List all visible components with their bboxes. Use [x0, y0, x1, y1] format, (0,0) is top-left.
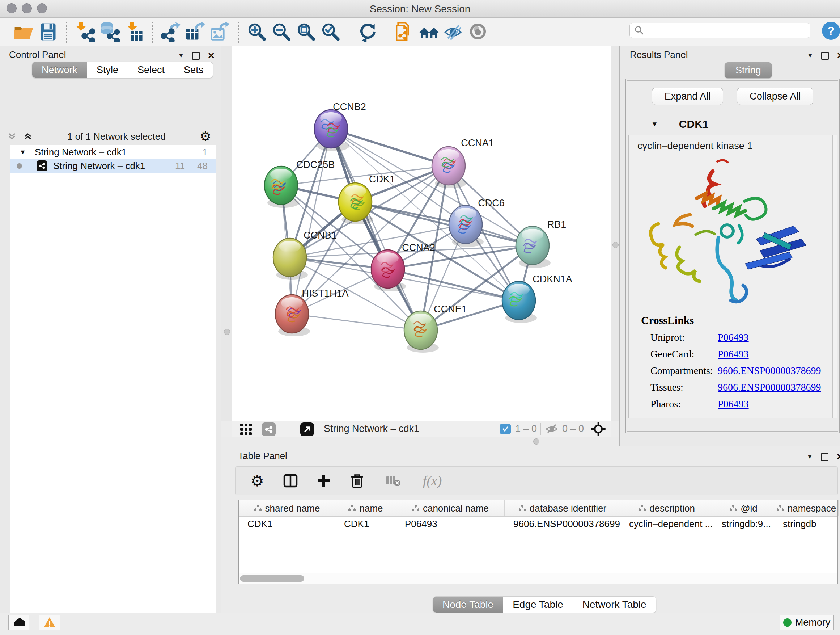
column-header-description[interactable]: description — [621, 500, 713, 516]
hidden-eye-icon[interactable] — [545, 423, 559, 436]
show-eye-button[interactable] — [466, 20, 491, 43]
fit-selected-crosshair-icon[interactable] — [591, 422, 606, 438]
network-edge[interactable] — [388, 269, 519, 301]
export-network-button[interactable] — [158, 20, 183, 43]
panel-float-icon[interactable] — [821, 52, 829, 60]
table-cell[interactable]: cyclin–dependent ... — [621, 518, 713, 530]
zoom-fit-button[interactable] — [294, 20, 318, 43]
cloud-button[interactable] — [8, 615, 29, 630]
collapse-all-button[interactable]: Collapse All — [737, 88, 813, 105]
expand-all-button[interactable]: Expand All — [652, 88, 723, 105]
memory-button[interactable]: Memory — [780, 615, 834, 630]
table-options-gear-icon[interactable]: ⚙ — [248, 472, 266, 489]
tab-node-table[interactable]: Node Table — [433, 597, 503, 613]
bottom-splitter[interactable] — [221, 437, 619, 446]
grid-view-icon[interactable] — [240, 423, 253, 437]
results-scrollbar[interactable] — [832, 135, 837, 418]
tab-network-table[interactable]: Network Table — [573, 597, 656, 613]
network-node-CCNE1[interactable]: CCNE1 — [404, 304, 467, 353]
splitter-handle-icon[interactable] — [224, 329, 230, 335]
table-cell[interactable]: stringdb — [774, 518, 838, 530]
panel-menu-icon[interactable]: ▼ — [807, 453, 813, 461]
network-edge[interactable] — [292, 129, 331, 314]
zoom-selected-button[interactable] — [318, 20, 343, 43]
zoom-in-button[interactable] — [245, 20, 269, 43]
network-node-CCNB1[interactable]: CCNB1 — [273, 230, 337, 280]
tab-edge-table[interactable]: Edge Table — [503, 597, 573, 613]
column-header-name[interactable]: name — [335, 500, 396, 516]
network-edge[interactable] — [292, 314, 421, 330]
network-node-HIST1H1A[interactable]: HIST1H1A — [275, 288, 349, 336]
network-node-CDKN1A[interactable]: CDKN1A — [502, 274, 572, 323]
tab-style[interactable]: Style — [87, 62, 128, 78]
expand-all-icon[interactable] — [22, 131, 33, 142]
network-node-CCNB2[interactable]: CCNB2 — [314, 101, 366, 151]
tab-network[interactable]: Network — [32, 62, 87, 78]
scrollbar-thumb[interactable] — [240, 575, 304, 582]
column-header--id[interactable]: @id — [713, 500, 774, 516]
tab-sets[interactable]: Sets — [174, 62, 213, 78]
panel-close-icon[interactable]: ✕ — [208, 51, 215, 61]
string-network-graph[interactable]: CCNB2CCNA1CDC25BCDK1CDC6RB1CCNB1CCNA2CDK… — [232, 46, 611, 421]
save-session-button[interactable] — [35, 20, 60, 43]
section-collapse-icon[interactable]: ▼ — [651, 120, 658, 128]
crosslink-link[interactable]: 9606.ENSP00000378699 — [718, 382, 821, 393]
left-splitter[interactable] — [221, 46, 232, 421]
table-cell[interactable]: 9606.ENSP00000378699 — [505, 518, 621, 530]
table-cell[interactable]: stringdb:9... — [713, 518, 774, 530]
column-header-database-identifier[interactable]: database identifier — [505, 500, 621, 516]
table-cell[interactable]: CDK1 — [335, 518, 396, 530]
table-horizontal-scrollbar[interactable] — [239, 573, 837, 584]
import-network-file-button[interactable] — [73, 20, 97, 43]
right-splitter[interactable] — [611, 46, 619, 421]
string-home-button[interactable] — [417, 20, 441, 43]
show-columns-icon[interactable] — [282, 472, 299, 489]
open-session-button[interactable] — [11, 20, 35, 43]
delete-table-icon[interactable] — [385, 472, 402, 489]
open-in-window-icon[interactable] — [300, 423, 314, 436]
panel-float-icon[interactable] — [192, 52, 200, 60]
collapse-all-icon[interactable] — [6, 131, 17, 142]
function-builder-icon[interactable]: f(x) — [418, 472, 447, 489]
network-row[interactable]: String Network – cdk1 11 48 — [10, 159, 216, 173]
network-options-gear-icon[interactable]: ⚙ — [200, 130, 211, 143]
add-column-icon[interactable] — [315, 472, 332, 489]
zoom-out-button[interactable] — [269, 20, 294, 43]
share-document-button[interactable] — [392, 20, 417, 43]
export-table-button[interactable] — [183, 20, 208, 43]
column-header-namespace[interactable]: namespace — [774, 500, 838, 516]
crosslink-link[interactable]: 9606.ENSP00000378699 — [718, 365, 821, 377]
export-image-button[interactable] — [208, 20, 232, 43]
import-table-button[interactable] — [122, 20, 146, 43]
crosslink-link[interactable]: P06493 — [718, 348, 749, 360]
import-network-database-button[interactable] — [97, 20, 122, 43]
selected-checkbox-icon[interactable] — [500, 424, 511, 434]
refresh-button[interactable] — [355, 20, 380, 43]
panel-float-icon[interactable] — [821, 453, 829, 461]
splitter-handle-icon[interactable] — [533, 439, 539, 445]
network-node-CDK1[interactable]: CDK1 — [339, 174, 395, 225]
tab-select[interactable]: Select — [128, 62, 174, 78]
hide-eye-button[interactable] — [441, 20, 466, 43]
help-button[interactable]: ? — [822, 22, 840, 40]
panel-menu-icon[interactable]: ▼ — [807, 52, 813, 59]
network-collection-row[interactable]: ▼ String Network – cdk1 1 — [10, 145, 216, 159]
search-input[interactable] — [630, 23, 810, 38]
table-cell[interactable]: CDK1 — [239, 518, 335, 530]
panel-menu-icon[interactable]: ▼ — [178, 52, 184, 59]
column-header-shared-name[interactable]: shared name — [239, 500, 335, 516]
column-header-canonical-name[interactable]: canonical name — [396, 500, 505, 516]
splitter-handle-icon[interactable] — [613, 242, 619, 248]
network-node-CDC6[interactable]: CDC6 — [449, 198, 505, 247]
network-node-CCNA1[interactable]: CCNA1 — [432, 138, 494, 188]
tab-string[interactable]: String — [725, 62, 772, 78]
protein-section-header[interactable]: ▼ CDK1 — [627, 114, 838, 134]
node-table[interactable]: shared namenamecanonical namedatabase id… — [238, 500, 838, 584]
panel-close-icon[interactable]: ✕ — [837, 51, 840, 61]
delete-column-icon[interactable] — [348, 472, 366, 489]
network-canvas[interactable]: CCNB2CCNA1CDC25BCDK1CDC6RB1CCNB1CCNA2CDK… — [232, 46, 611, 421]
network-edge[interactable] — [331, 129, 421, 330]
network-node-RB1[interactable]: RB1 — [516, 219, 566, 268]
crosslink-link[interactable]: P06493 — [718, 398, 749, 410]
network-share-icon[interactable] — [262, 423, 276, 436]
